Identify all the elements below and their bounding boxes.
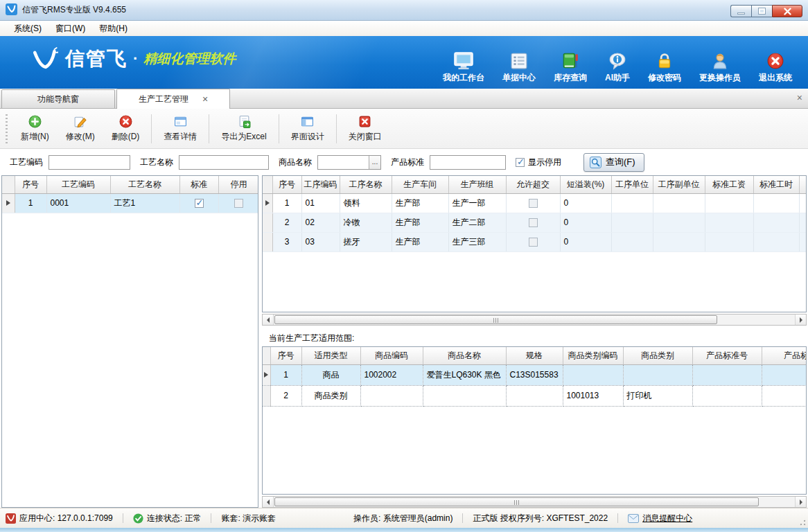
column-header[interactable]: 停用 bbox=[218, 176, 258, 193]
column-header[interactable]: 工艺编码 bbox=[46, 176, 110, 193]
table-row[interactable]: 1 01 领料 生产部 生产一部 0 bbox=[263, 193, 807, 213]
process-name-input[interactable] bbox=[179, 155, 269, 170]
nav-switch-operator-button[interactable]: 更换操作员 bbox=[690, 51, 750, 85]
column-header[interactable]: 产品标 bbox=[762, 347, 807, 364]
operation-grid-hscrollbar[interactable] bbox=[262, 314, 807, 326]
cell-over[interactable] bbox=[506, 232, 560, 251]
column-header[interactable]: 生产班组 bbox=[448, 176, 506, 193]
tab-production-process[interactable]: 生产工艺管理 × bbox=[116, 89, 230, 109]
scroll-thumb[interactable] bbox=[274, 315, 717, 324]
scope-grid-hscrollbar[interactable] bbox=[262, 496, 807, 508]
cell-wage[interactable] bbox=[705, 213, 753, 232]
cell-standard[interactable] bbox=[762, 385, 807, 406]
column-header[interactable]: 标准工时 bbox=[753, 176, 799, 193]
minimize-button[interactable] bbox=[730, 5, 751, 17]
cell-name[interactable]: 爱普生LQ630K 黑色 bbox=[423, 364, 506, 385]
column-header[interactable]: 工序单位 bbox=[611, 176, 653, 193]
product-standard-input[interactable] bbox=[430, 155, 506, 170]
column-header[interactable]: 允许超交 bbox=[506, 176, 560, 193]
scroll-thumb[interactable] bbox=[274, 497, 759, 506]
cell-seq[interactable]: 1 bbox=[15, 193, 46, 213]
cell-seq[interactable]: 1 bbox=[272, 193, 301, 213]
column-header[interactable]: 商品类别编码 bbox=[563, 347, 623, 364]
export-excel-button[interactable]: 导出为Excel bbox=[213, 112, 274, 145]
cell-spec[interactable]: C13S015583 bbox=[506, 364, 563, 385]
nav-document-center-button[interactable]: 单据中心 bbox=[493, 51, 545, 85]
cell-name[interactable]: 领料 bbox=[340, 193, 392, 213]
cell-seq[interactable]: 1 bbox=[270, 364, 301, 385]
add-button[interactable]: 新增(N) bbox=[12, 112, 58, 145]
column-header[interactable]: 工艺名称 bbox=[110, 176, 179, 193]
column-header[interactable]: 序号 bbox=[15, 176, 46, 193]
cell-shortage[interactable]: 0 bbox=[560, 232, 611, 251]
column-header[interactable]: 标准工资 bbox=[705, 176, 753, 193]
table-row[interactable]: 1 0001 工艺1 bbox=[2, 193, 258, 213]
show-disabled-checkbox[interactable]: 显示停用 bbox=[516, 157, 561, 168]
scroll-track[interactable] bbox=[274, 314, 795, 325]
column-header[interactable]: 商品编码 bbox=[360, 347, 423, 364]
cell-category[interactable] bbox=[623, 364, 692, 385]
menu-item-help[interactable]: 帮助(H) bbox=[92, 21, 134, 36]
cell-over[interactable] bbox=[506, 213, 560, 232]
cell-name[interactable]: 工艺1 bbox=[110, 193, 179, 213]
cell-name[interactable] bbox=[423, 385, 506, 406]
cell-team[interactable]: 生产一部 bbox=[448, 193, 506, 213]
cell-shortage[interactable]: 0 bbox=[560, 213, 611, 232]
tabs-corner-close-icon[interactable]: × bbox=[797, 92, 802, 103]
product-lookup-button[interactable]: ... bbox=[369, 156, 380, 169]
row-selector[interactable] bbox=[2, 193, 15, 213]
cell-name[interactable]: 搓牙 bbox=[340, 232, 392, 251]
cell-code[interactable]: 1002002 bbox=[360, 364, 423, 385]
message-center-text[interactable]: 消息提醒中心 bbox=[642, 513, 692, 524]
cell-wage[interactable] bbox=[705, 232, 753, 251]
nav-ai-assistant-button[interactable]: AI助手 bbox=[596, 51, 639, 85]
scroll-right-button[interactable] bbox=[795, 314, 806, 325]
scroll-left-button[interactable] bbox=[263, 314, 274, 325]
row-selector[interactable] bbox=[263, 213, 272, 232]
column-header[interactable]: 商品名称 bbox=[423, 347, 506, 364]
cell-shortage[interactable]: 0 bbox=[560, 193, 611, 213]
scroll-right-button[interactable] bbox=[795, 497, 806, 507]
row-selector[interactable] bbox=[263, 232, 272, 251]
checkbox-icon[interactable] bbox=[195, 199, 204, 208]
checkbox-icon[interactable] bbox=[516, 158, 525, 167]
nav-workbench-button[interactable]: 我的工作台 bbox=[434, 51, 493, 85]
tab-function-nav[interactable]: 功能导航窗 bbox=[1, 89, 115, 108]
view-details-button[interactable]: 查看详情 bbox=[155, 112, 205, 145]
scroll-track[interactable] bbox=[274, 497, 795, 507]
checkbox-icon[interactable] bbox=[529, 199, 538, 208]
product-name-input[interactable] bbox=[318, 156, 369, 169]
cell-hours[interactable] bbox=[753, 232, 799, 251]
cell-name[interactable]: 冷镦 bbox=[340, 213, 392, 232]
column-header[interactable]: 规格 bbox=[506, 347, 563, 364]
cell-spec[interactable] bbox=[506, 385, 563, 406]
row-selector[interactable] bbox=[263, 385, 270, 406]
cell-standard[interactable] bbox=[762, 364, 807, 385]
table-row[interactable]: 1 商品 1002002 爱普生LQ630K 黑色 C13S015583 bbox=[263, 364, 807, 385]
cell-standard-no[interactable] bbox=[692, 385, 762, 406]
cell-unit[interactable] bbox=[611, 232, 653, 251]
cell-hours[interactable] bbox=[753, 193, 799, 213]
cell-standard-no[interactable] bbox=[692, 364, 762, 385]
cell-unit[interactable] bbox=[611, 213, 653, 232]
cell-wage[interactable] bbox=[705, 193, 753, 213]
cell-category-code[interactable]: 1001013 bbox=[563, 385, 623, 406]
cell-team[interactable]: 生产二部 bbox=[448, 213, 506, 232]
tab-close-icon[interactable]: × bbox=[202, 94, 208, 104]
ui-design-button[interactable]: 界面设计 bbox=[283, 112, 333, 145]
cell-workshop[interactable]: 生产部 bbox=[392, 232, 448, 251]
column-header[interactable]: 标准 bbox=[179, 176, 218, 193]
table-row[interactable]: 3 03 搓牙 生产部 生产三部 0 bbox=[263, 232, 807, 251]
column-header[interactable]: 商品类别 bbox=[623, 347, 692, 364]
cell-disabled[interactable] bbox=[218, 193, 258, 213]
nav-change-password-button[interactable]: 修改密码 bbox=[639, 51, 690, 85]
cell-hours[interactable] bbox=[753, 213, 799, 232]
cell-code[interactable]: 01 bbox=[301, 193, 340, 213]
process-code-input[interactable] bbox=[49, 155, 130, 170]
cell-code[interactable] bbox=[360, 385, 423, 406]
table-row[interactable]: 2 商品类别 1001013 打印机 bbox=[263, 385, 807, 406]
column-header[interactable]: 序号 bbox=[272, 176, 301, 193]
column-header[interactable]: 适用类型 bbox=[301, 347, 360, 364]
cell-seq[interactable]: 2 bbox=[270, 385, 301, 406]
message-center-link[interactable]: 消息提醒中心 bbox=[628, 513, 692, 524]
